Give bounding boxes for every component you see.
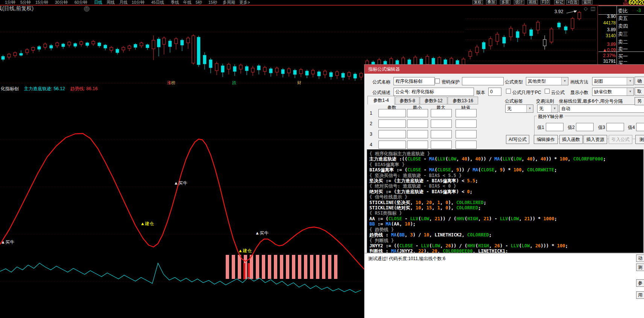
side-button-参[interactable]: 参 bbox=[636, 279, 644, 287]
button-引入公式[interactable]: 引入公式 bbox=[609, 135, 632, 144]
diamond-icon[interactable]: ◇ bbox=[584, 6, 588, 11]
side-button-动[interactable]: 动 bbox=[636, 254, 644, 262]
toolbar-period-5秒[interactable]: 5秒 bbox=[196, 0, 202, 5]
toolbar-period-45日线[interactable]: 45日线 bbox=[151, 0, 164, 5]
y-value-input[interactable] bbox=[606, 123, 624, 131]
formula-name-input[interactable]: 程序化指标创 bbox=[393, 77, 435, 85]
decimal-select[interactable]: 缺省位数▼ bbox=[592, 88, 634, 96]
param-input[interactable] bbox=[431, 130, 452, 138]
tab-参数9-12[interactable]: 参数9-12 bbox=[420, 97, 447, 104]
toolbar-period-季线[interactable]: 季线 bbox=[171, 0, 179, 5]
toolbar-period-15秒[interactable]: 15秒 bbox=[208, 0, 217, 5]
trade-rule-select[interactable]: 无▼ bbox=[537, 104, 558, 113]
toolbar-period-1分钟[interactable]: 1分钟 bbox=[5, 0, 15, 5]
dropdown-arrow-icon[interactable]: ▼ bbox=[627, 88, 633, 95]
code-token: 40 bbox=[475, 156, 481, 162]
param-input[interactable] bbox=[456, 141, 477, 149]
param-input[interactable] bbox=[407, 130, 428, 138]
code-token: ) / bbox=[413, 232, 424, 238]
code-token: , LINETHICK1; bbox=[472, 248, 508, 253]
button-插入资源[interactable]: 插入资源 bbox=[583, 135, 607, 144]
param-input[interactable] bbox=[407, 109, 428, 117]
toolbar-period-60分钟[interactable]: 60分钟 bbox=[74, 0, 87, 5]
code-token: LLV bbox=[500, 216, 508, 221]
quote-value: 3.89 bbox=[598, 42, 616, 47]
param-input[interactable] bbox=[431, 109, 452, 117]
toolbar-period-周线[interactable]: 周线 bbox=[106, 0, 115, 5]
dropdown-arrow-icon[interactable]: ▼ bbox=[627, 77, 633, 85]
dropdown-arrow-icon[interactable]: ▼ bbox=[561, 77, 568, 85]
tab-参数13-16[interactable]: 参数13-16 bbox=[448, 97, 478, 104]
indicator-label-row: 化指标创主力造底轨迹: 56.12趋势线: 86.16 bbox=[1, 86, 103, 92]
button-AI写公式[interactable]: AI写公式 bbox=[506, 135, 529, 144]
code-line: STICKLINE(坚决买, 10, 20, 1, 0), COLORLIRED… bbox=[369, 200, 641, 205]
toolbar-button-返回[interactable]: 返回 bbox=[582, 0, 592, 5]
formula-code-editor[interactable]: { 程序化指标主力造底轨迹 }主力造底轨迹 :((CLOSE - MA(LLV(… bbox=[367, 149, 644, 253]
chevron-down-icon[interactable]: ˇ bbox=[84, 6, 90, 12]
edge-button-确[interactable]: 确 bbox=[635, 77, 644, 85]
password-protect-checkbox[interactable] bbox=[435, 79, 440, 83]
button-插入函数[interactable]: 插入函数 bbox=[559, 135, 583, 144]
dropdown-arrow-icon[interactable]: ▼ bbox=[551, 105, 558, 112]
cloud-formula-checkbox[interactable] bbox=[545, 89, 550, 94]
dialog-title[interactable]: 指标公式编辑器 bbox=[365, 65, 644, 74]
param-row-number: 4 bbox=[370, 142, 372, 147]
y-value-input[interactable] bbox=[636, 123, 644, 131]
code-token: , bbox=[530, 243, 535, 248]
tab-参数1-4[interactable]: 参数1-4 bbox=[368, 96, 395, 104]
formula-type-select[interactable]: 其他类型▼ bbox=[526, 77, 568, 85]
param-input[interactable] bbox=[378, 130, 406, 138]
toolbar-button-统计[interactable]: 统计 bbox=[514, 0, 524, 5]
toolbar-button-F10[interactable]: F10 bbox=[541, 0, 550, 5]
formula-tag-select[interactable]: 无▼ bbox=[505, 104, 533, 113]
password-input[interactable] bbox=[462, 77, 504, 85]
edge-button-另[interactable]: 另 bbox=[635, 97, 644, 105]
param-input[interactable] bbox=[456, 130, 477, 138]
toolbar-period-更多>[interactable]: 更多> bbox=[239, 0, 250, 5]
toolbar-period-10分钟[interactable]: 10分钟 bbox=[132, 0, 144, 5]
param-input[interactable] bbox=[431, 120, 452, 128]
y-value-input[interactable] bbox=[546, 123, 564, 131]
toolbar-button-画线[interactable]: 画线 bbox=[527, 0, 538, 5]
signal-text: 买牛 bbox=[260, 230, 269, 236]
pc-only-checkbox[interactable] bbox=[506, 89, 511, 94]
triangle-up-icon: ▲ bbox=[255, 230, 260, 236]
y-value-input[interactable] bbox=[576, 123, 594, 131]
code-token: { BIAS偏离率 } bbox=[369, 162, 405, 167]
dropdown-arrow-icon[interactable]: ▼ bbox=[526, 105, 533, 112]
coord-line-input[interactable]: 自动 bbox=[559, 104, 644, 113]
toolbar-period-多周期[interactable]: 多周期 bbox=[223, 0, 235, 5]
param-input[interactable] bbox=[407, 120, 428, 128]
tab-参数5-8[interactable]: 参数5-8 bbox=[395, 97, 419, 104]
param-input[interactable] bbox=[378, 120, 406, 128]
toolbar-button-多股[interactable]: 多股 bbox=[500, 0, 510, 5]
toolbar-period-日线[interactable]: 日线 bbox=[94, 0, 102, 5]
button-测试[interactable]: 测试 bbox=[635, 135, 644, 144]
param-input[interactable] bbox=[456, 120, 477, 128]
code-token: HIGH bbox=[478, 243, 489, 248]
side-button-测[interactable]: 测 bbox=[636, 263, 644, 271]
toolbar-period-年线[interactable]: 年线 bbox=[183, 0, 191, 5]
param-input[interactable] bbox=[378, 141, 406, 149]
formula-desc-input[interactable]: 公众号: 程序化指标 bbox=[393, 88, 474, 96]
toolbar-button-标记[interactable]: 标记 bbox=[554, 0, 565, 5]
code-token: 判断线 : bbox=[369, 248, 391, 253]
button-编辑操作[interactable]: 编辑操作 bbox=[534, 135, 558, 144]
code-token: CLOSE bbox=[481, 167, 494, 173]
param-input[interactable] bbox=[456, 109, 477, 117]
param-input[interactable] bbox=[431, 141, 452, 149]
toolbar-period-30分钟[interactable]: 30分钟 bbox=[55, 0, 68, 5]
edge-button-取[interactable]: 取 bbox=[635, 87, 644, 95]
toolbar-button-+自选[interactable]: +自选 bbox=[566, 0, 579, 5]
draw-method-select[interactable]: 副图▼ bbox=[592, 77, 634, 85]
toolbar-period-15分钟[interactable]: 15分钟 bbox=[35, 0, 48, 5]
toolbar-period-月线[interactable]: 月线 bbox=[119, 0, 128, 5]
param-input[interactable] bbox=[378, 109, 406, 117]
split-layout-icon[interactable]: ◫ bbox=[591, 6, 595, 11]
toolbar-button-复权[interactable]: 复权 bbox=[472, 0, 483, 5]
version-input[interactable]: 0 bbox=[488, 88, 501, 96]
side-button-用[interactable]: 用 bbox=[636, 291, 644, 299]
toolbar-button-叠加[interactable]: 叠加 bbox=[486, 0, 497, 5]
toolbar-period-5分钟[interactable]: 5分钟 bbox=[20, 0, 31, 5]
param-input[interactable] bbox=[407, 141, 428, 149]
